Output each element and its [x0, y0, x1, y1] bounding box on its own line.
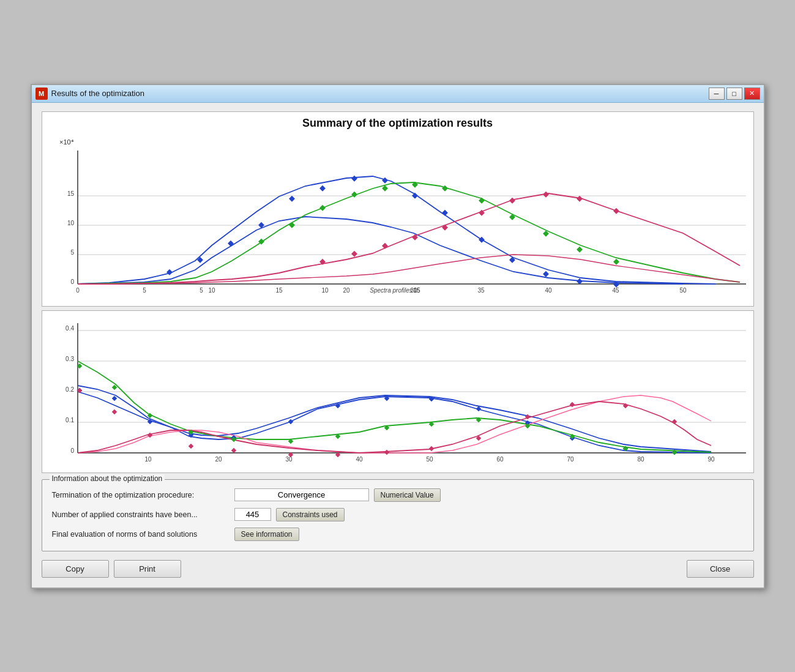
main-window: M Results of the optimization ─ □ ✕ Summ…	[31, 84, 765, 589]
svg-rect-50	[509, 197, 515, 203]
svg-text:10: 10	[208, 287, 215, 294]
green-dots	[258, 181, 619, 264]
bottom-blue-curve-2	[78, 392, 711, 452]
chart-container-bottom: 0 0.1 0.2 0.3 0.4 10	[42, 310, 754, 473]
svg-rect-22	[319, 185, 326, 191]
svg-rect-24	[382, 177, 388, 183]
svg-text:0: 0	[70, 447, 74, 454]
window-title: Results of the optimization	[51, 89, 144, 98]
svg-rect-114	[569, 401, 574, 406]
svg-text:20: 20	[343, 287, 350, 294]
constraints-used-button[interactable]: Constraints used	[276, 508, 345, 521]
svg-rect-110	[384, 449, 389, 454]
svg-rect-106	[188, 443, 193, 448]
y-tick-5: 5	[70, 249, 74, 256]
svg-text:70: 70	[567, 456, 574, 463]
chart-area-top: ×10⁴ 0 5 10 15 0 5 1	[42, 132, 753, 306]
termination-value: Convergence	[234, 488, 369, 501]
svg-rect-30	[577, 278, 583, 284]
x-tick-5: 5	[200, 287, 203, 294]
svg-rect-45	[351, 250, 357, 256]
titlebar-left: M Results of the optimization	[35, 88, 144, 100]
top-chart-svg: ×10⁴ 0 5 10 15 0 5 1	[48, 132, 752, 304]
svg-text:10: 10	[144, 456, 152, 463]
print-button[interactable]: Print	[114, 560, 181, 578]
svg-rect-80	[288, 419, 293, 424]
close-button[interactable]: Close	[687, 560, 754, 578]
info-row-termination: Termination of the optimization procedur…	[52, 488, 744, 502]
red-dots	[319, 191, 619, 264]
svg-text:0.1: 0.1	[65, 417, 74, 424]
svg-text:45: 45	[612, 287, 619, 294]
svg-rect-116	[671, 419, 676, 424]
chart-title: Summary of the optimization results	[42, 112, 753, 132]
see-information-button[interactable]: See information	[234, 528, 299, 541]
svg-rect-107	[231, 447, 236, 452]
norms-label: Final evaluation of norms of band soluti…	[52, 530, 230, 539]
svg-rect-27	[479, 236, 485, 242]
svg-text:40: 40	[356, 456, 363, 463]
minimize-button[interactable]: ─	[709, 88, 725, 100]
close-window-button[interactable]: ✕	[744, 88, 760, 100]
svg-text:15: 15	[275, 287, 283, 294]
svg-rect-52	[577, 195, 583, 201]
svg-rect-46	[382, 242, 388, 248]
svg-rect-111	[428, 446, 433, 450]
chart-area-bottom: 0 0.1 0.2 0.3 0.4 10	[42, 311, 753, 472]
numerical-value-button[interactable]: Numerical Value	[374, 488, 441, 502]
constraints-label: Number of applied constraints have been.…	[52, 510, 230, 519]
svg-rect-42	[577, 246, 583, 252]
svg-rect-23	[351, 175, 357, 181]
bottom-chart-svg: 0 0.1 0.2 0.3 0.4 10	[48, 311, 752, 470]
maximize-button[interactable]: □	[726, 88, 742, 100]
copy-button[interactable]: Copy	[42, 560, 109, 578]
svg-rect-26	[442, 209, 448, 215]
svg-rect-21	[289, 195, 295, 201]
info-row-norms: Final evaluation of norms of band soluti…	[52, 528, 744, 541]
x-tick-0: 0	[76, 287, 80, 294]
svg-rect-84	[476, 406, 480, 411]
svg-text:0.3: 0.3	[65, 356, 74, 362]
svg-rect-51	[543, 191, 549, 197]
svg-text:0.4: 0.4	[65, 325, 74, 332]
info-row-constraints: Number of applied constraints have been.…	[52, 508, 744, 521]
svg-text:Spectra profiles: Spectra profiles	[370, 287, 412, 294]
info-box-legend: Information about the optimization	[50, 474, 165, 483]
svg-rect-53	[613, 207, 619, 214]
blue-curve-1	[78, 176, 715, 284]
svg-text:5: 5	[143, 287, 146, 294]
app-icon: M	[35, 88, 48, 100]
svg-text:90: 90	[707, 456, 715, 463]
bottom-green-curve	[78, 361, 711, 452]
termination-label: Termination of the optimization procedur…	[52, 491, 230, 499]
y-tick-0: 0	[70, 278, 74, 285]
svg-rect-33	[289, 222, 295, 228]
y-tick-15: 15	[67, 190, 74, 197]
svg-rect-39	[479, 197, 485, 203]
svg-text:60: 60	[496, 456, 504, 463]
main-content: Summary of the optimization results ×10⁴…	[32, 103, 764, 588]
chart-container-top: Summary of the optimization results ×10⁴…	[42, 111, 754, 307]
svg-rect-43	[613, 258, 619, 264]
svg-text:0.2: 0.2	[65, 386, 74, 393]
svg-text:30: 30	[285, 456, 293, 463]
svg-rect-19	[228, 240, 234, 246]
titlebar: M Results of the optimization ─ □ ✕	[32, 85, 764, 103]
svg-rect-29	[543, 271, 549, 277]
svg-text:80: 80	[637, 456, 644, 463]
bottom-left-buttons: Copy Print	[42, 560, 181, 578]
y-axis-label-top: ×10⁴	[59, 138, 74, 146]
svg-text:20: 20	[215, 456, 222, 463]
svg-rect-104	[111, 409, 116, 414]
svg-text:50: 50	[426, 456, 433, 463]
svg-text:30: 30	[410, 287, 417, 294]
info-box: Information about the optimization Termi…	[42, 479, 754, 551]
svg-text:35: 35	[477, 287, 485, 294]
svg-rect-34	[319, 204, 326, 211]
bottom-bar: Copy Print Close	[42, 558, 754, 580]
svg-text:40: 40	[545, 287, 552, 294]
titlebar-controls: ─ □ ✕	[709, 88, 760, 100]
svg-rect-25	[412, 192, 418, 198]
svg-text:50: 50	[679, 287, 687, 294]
constraints-value: 445	[234, 508, 271, 521]
